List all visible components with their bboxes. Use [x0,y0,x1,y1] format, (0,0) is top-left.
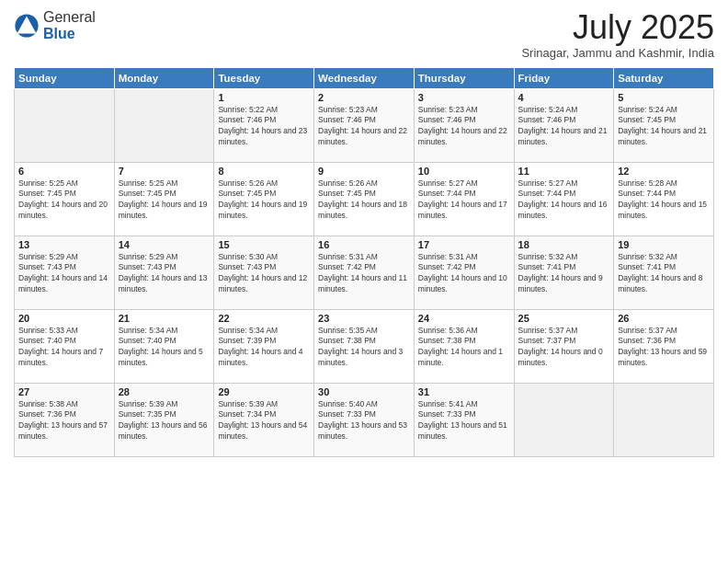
title-block: July 2025 Srinagar, Jammu and Kashmir, I… [521,9,714,60]
calendar-cell: 25Sunrise: 5:37 AM Sunset: 7:37 PM Dayli… [514,309,614,383]
calendar-cell: 19Sunrise: 5:32 AM Sunset: 7:41 PM Dayli… [614,236,714,309]
calendar-week-1: 1Sunrise: 5:22 AM Sunset: 7:46 PM Daylig… [15,88,714,162]
day-number: 17 [418,239,510,250]
day-info: Sunrise: 5:24 AM Sunset: 7:45 PM Dayligh… [618,105,710,149]
calendar-cell: 12Sunrise: 5:28 AM Sunset: 7:44 PM Dayli… [614,162,714,236]
logo-general: General [43,9,96,26]
col-saturday: Saturday [614,67,714,88]
day-info: Sunrise: 5:34 AM Sunset: 7:40 PM Dayligh… [119,326,210,370]
day-number: 20 [18,313,110,324]
day-number: 13 [18,239,110,250]
day-number: 27 [18,386,110,397]
calendar-cell: 30Sunrise: 5:40 AM Sunset: 7:33 PM Dayli… [314,383,415,456]
day-number: 10 [418,166,510,177]
calendar-cell: 27Sunrise: 5:38 AM Sunset: 7:36 PM Dayli… [15,383,115,456]
calendar-cell: 5Sunrise: 5:24 AM Sunset: 7:45 PM Daylig… [614,88,714,162]
month-title: July 2025 [521,9,714,46]
day-info: Sunrise: 5:29 AM Sunset: 7:43 PM Dayligh… [18,252,110,296]
day-info: Sunrise: 5:37 AM Sunset: 7:36 PM Dayligh… [618,326,710,370]
day-info: Sunrise: 5:35 AM Sunset: 7:38 PM Dayligh… [318,326,410,370]
generalblue-logo-icon [14,13,40,39]
calendar-cell: 29Sunrise: 5:39 AM Sunset: 7:34 PM Dayli… [214,383,314,456]
day-info: Sunrise: 5:40 AM Sunset: 7:33 PM Dayligh… [318,399,410,443]
calendar-cell: 22Sunrise: 5:34 AM Sunset: 7:39 PM Dayli… [214,309,314,383]
calendar-cell: 21Sunrise: 5:34 AM Sunset: 7:40 PM Dayli… [114,309,214,383]
calendar-week-4: 20Sunrise: 5:33 AM Sunset: 7:40 PM Dayli… [15,309,714,383]
calendar-week-2: 6Sunrise: 5:25 AM Sunset: 7:45 PM Daylig… [15,162,714,236]
page: General Blue July 2025 Srinagar, Jammu a… [0,0,728,563]
day-info: Sunrise: 5:27 AM Sunset: 7:44 PM Dayligh… [518,178,610,223]
day-number: 25 [518,313,610,324]
col-friday: Friday [514,67,614,88]
day-info: Sunrise: 5:34 AM Sunset: 7:39 PM Dayligh… [218,326,310,370]
calendar-cell: 2Sunrise: 5:23 AM Sunset: 7:46 PM Daylig… [314,88,415,162]
day-info: Sunrise: 5:31 AM Sunset: 7:42 PM Dayligh… [318,252,410,296]
day-number: 2 [318,92,410,103]
day-number: 3 [418,92,510,103]
day-number: 28 [119,386,210,397]
calendar-cell: 4Sunrise: 5:24 AM Sunset: 7:46 PM Daylig… [514,88,614,162]
day-info: Sunrise: 5:37 AM Sunset: 7:37 PM Dayligh… [518,326,610,370]
calendar-cell: 9Sunrise: 5:26 AM Sunset: 7:45 PM Daylig… [314,162,415,236]
day-info: Sunrise: 5:31 AM Sunset: 7:42 PM Dayligh… [418,252,510,296]
calendar-cell [114,88,214,162]
day-info: Sunrise: 5:28 AM Sunset: 7:44 PM Dayligh… [618,178,710,223]
col-wednesday: Wednesday [314,67,415,88]
col-thursday: Thursday [414,67,514,88]
day-number: 12 [618,166,710,177]
day-number: 29 [218,386,310,397]
calendar-cell: 7Sunrise: 5:25 AM Sunset: 7:45 PM Daylig… [114,162,214,236]
header: General Blue July 2025 Srinagar, Jammu a… [14,9,714,60]
day-info: Sunrise: 5:36 AM Sunset: 7:38 PM Dayligh… [418,326,510,370]
day-number: 22 [218,313,310,324]
calendar-cell: 26Sunrise: 5:37 AM Sunset: 7:36 PM Dayli… [614,309,714,383]
day-number: 14 [119,239,210,250]
day-info: Sunrise: 5:39 AM Sunset: 7:35 PM Dayligh… [119,399,210,443]
calendar-cell: 17Sunrise: 5:31 AM Sunset: 7:42 PM Dayli… [414,236,514,309]
day-number: 8 [218,166,310,177]
col-monday: Monday [114,67,214,88]
calendar-cell: 13Sunrise: 5:29 AM Sunset: 7:43 PM Dayli… [15,236,115,309]
location-subtitle: Srinagar, Jammu and Kashmir, India [521,46,714,60]
calendar-cell [514,383,614,456]
day-number: 9 [318,166,410,177]
day-info: Sunrise: 5:26 AM Sunset: 7:45 PM Dayligh… [318,178,410,223]
day-number: 11 [518,166,610,177]
day-number: 21 [119,313,210,324]
calendar-cell: 10Sunrise: 5:27 AM Sunset: 7:44 PM Dayli… [414,162,514,236]
day-number: 4 [518,92,610,103]
calendar-cell: 18Sunrise: 5:32 AM Sunset: 7:41 PM Dayli… [514,236,614,309]
calendar-cell: 16Sunrise: 5:31 AM Sunset: 7:42 PM Dayli… [314,236,415,309]
calendar-cell: 28Sunrise: 5:39 AM Sunset: 7:35 PM Dayli… [114,383,214,456]
calendar-cell [15,88,115,162]
logo-text: General Blue [43,9,96,41]
day-info: Sunrise: 5:39 AM Sunset: 7:34 PM Dayligh… [218,399,310,443]
day-number: 6 [18,166,110,177]
day-number: 31 [418,386,510,397]
calendar-cell [614,383,714,456]
calendar-cell: 3Sunrise: 5:23 AM Sunset: 7:46 PM Daylig… [414,88,514,162]
calendar-cell: 6Sunrise: 5:25 AM Sunset: 7:45 PM Daylig… [15,162,115,236]
col-sunday: Sunday [15,67,115,88]
calendar-week-5: 27Sunrise: 5:38 AM Sunset: 7:36 PM Dayli… [15,383,714,456]
day-info: Sunrise: 5:23 AM Sunset: 7:46 PM Dayligh… [418,105,510,149]
day-info: Sunrise: 5:25 AM Sunset: 7:45 PM Dayligh… [119,178,210,223]
col-tuesday: Tuesday [214,67,314,88]
day-info: Sunrise: 5:24 AM Sunset: 7:46 PM Dayligh… [518,105,610,149]
day-info: Sunrise: 5:32 AM Sunset: 7:41 PM Dayligh… [618,252,710,296]
calendar-header: Sunday Monday Tuesday Wednesday Thursday… [15,67,714,88]
calendar-table: Sunday Monday Tuesday Wednesday Thursday… [14,67,714,457]
calendar-cell: 23Sunrise: 5:35 AM Sunset: 7:38 PM Dayli… [314,309,415,383]
day-number: 24 [418,313,510,324]
day-number: 23 [318,313,410,324]
day-info: Sunrise: 5:32 AM Sunset: 7:41 PM Dayligh… [518,252,610,296]
day-info: Sunrise: 5:30 AM Sunset: 7:43 PM Dayligh… [218,252,310,296]
day-number: 1 [218,92,310,103]
calendar-cell: 14Sunrise: 5:29 AM Sunset: 7:43 PM Dayli… [114,236,214,309]
day-number: 30 [318,386,410,397]
calendar-cell: 24Sunrise: 5:36 AM Sunset: 7:38 PM Dayli… [414,309,514,383]
calendar-cell: 1Sunrise: 5:22 AM Sunset: 7:46 PM Daylig… [214,88,314,162]
calendar-cell: 8Sunrise: 5:26 AM Sunset: 7:45 PM Daylig… [214,162,314,236]
day-number: 5 [618,92,710,103]
day-number: 16 [318,239,410,250]
